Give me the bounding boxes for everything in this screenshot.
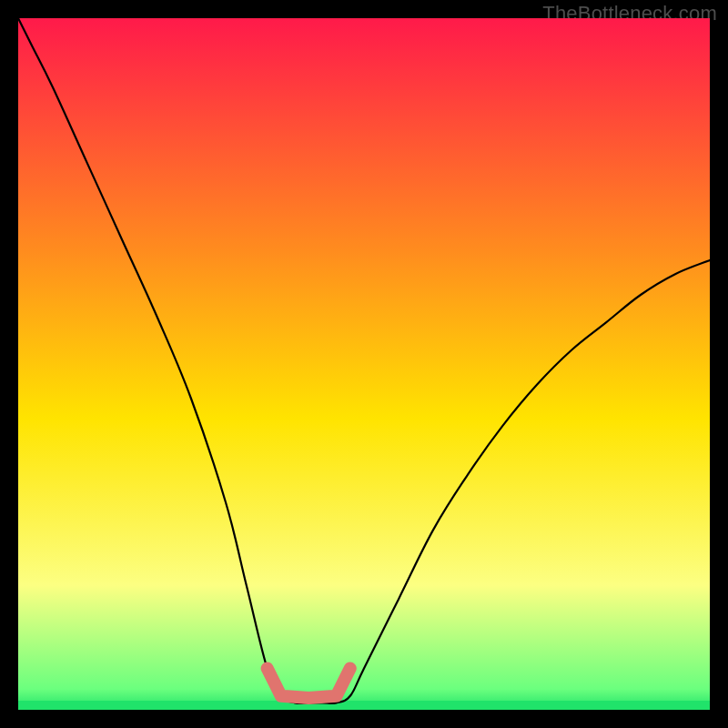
green-bottom-strip bbox=[18, 701, 710, 710]
chart-svg bbox=[18, 18, 710, 710]
plot-area bbox=[18, 18, 710, 710]
gradient-background bbox=[18, 18, 710, 710]
outer-frame: TheBottleneck.com bbox=[0, 0, 728, 728]
